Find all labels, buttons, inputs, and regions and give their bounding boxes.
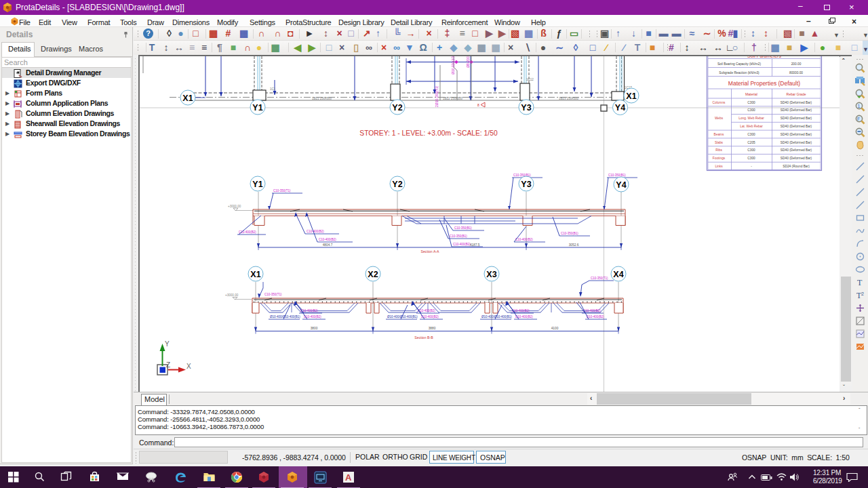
svg-text:C10-350(T1): C10-350(T1) bbox=[264, 293, 282, 296]
svg-text:SD24 (Round Bar): SD24 (Round Bar) bbox=[783, 165, 810, 168]
svg-text:A: A bbox=[345, 472, 352, 483]
svg-text:Ø8-200: Ø8-200 bbox=[466, 56, 470, 68]
svg-text:Links: Links bbox=[715, 165, 723, 168]
svg-text:Y1: Y1 bbox=[252, 180, 262, 189]
svg-text:T: T bbox=[857, 278, 863, 287]
svg-text:Rebar Grade: Rebar Grade bbox=[787, 92, 806, 96]
svg-text:C10-350(B1): C10-350(B1) bbox=[454, 226, 472, 230]
svg-text:C10-400(B2): C10-400(B2) bbox=[583, 309, 601, 312]
svg-text:4100: 4100 bbox=[551, 327, 559, 330]
svg-text:Ø10-110(1D): Ø10-110(1D) bbox=[451, 56, 455, 75]
svg-text:1B21 250x500: 1B21 250x500 bbox=[312, 97, 332, 100]
svg-text:C10-400(B2): C10-400(B2) bbox=[319, 238, 336, 241]
svg-text:C300: C300 bbox=[747, 157, 755, 160]
svg-text:C10-350(T1): C10-350(T1) bbox=[273, 189, 291, 192]
svg-text:Soil Parameters: Soil Parameters bbox=[747, 56, 781, 58]
svg-text:C300: C300 bbox=[747, 133, 755, 136]
svg-text:C10-350(B1): C10-350(B1) bbox=[608, 174, 626, 177]
svg-text:3800: 3800 bbox=[311, 327, 318, 330]
svg-text:+3000.00: +3000.00 bbox=[225, 293, 239, 297]
svg-text:SD40 (Deformed Bar): SD40 (Deformed Bar) bbox=[781, 133, 812, 136]
svg-text:C10-350(B1): C10-350(B1) bbox=[450, 235, 467, 238]
svg-text:Soil Bearing Capacity (kN/m2): Soil Bearing Capacity (kN/m2) bbox=[717, 62, 762, 66]
svg-text:SD40 (Deformed Bar): SD40 (Deformed Bar) bbox=[781, 148, 812, 152]
svg-text:C205: C205 bbox=[747, 141, 755, 144]
svg-text:SD40 (Deformed Bar): SD40 (Deformed Bar) bbox=[781, 141, 812, 144]
svg-text:4804.7: 4804.7 bbox=[323, 243, 333, 247]
svg-text:Subgrade Reaction (kN/m3): Subgrade Reaction (kN/m3) bbox=[719, 71, 760, 75]
svg-text:C10-400(B2): C10-400(B2) bbox=[307, 230, 324, 233]
svg-text:Y1: Y1 bbox=[252, 103, 262, 113]
svg-text:C300: C300 bbox=[747, 108, 755, 112]
svg-text:1B22 250x500: 1B22 250x500 bbox=[443, 97, 463, 100]
svg-text:Y2: Y2 bbox=[392, 180, 402, 189]
svg-text:SD40 (Deformed Bar): SD40 (Deformed Bar) bbox=[781, 157, 812, 160]
svg-text:X4: X4 bbox=[613, 270, 623, 279]
svg-text:Y: Y bbox=[165, 340, 170, 348]
svg-text:3880: 3880 bbox=[429, 327, 436, 330]
svg-text:Y4: Y4 bbox=[616, 180, 626, 190]
svg-text:Lat. Web Rebar: Lat. Web Rebar bbox=[740, 125, 763, 128]
svg-text:X1: X1 bbox=[182, 94, 193, 103]
svg-text:+3000.00: +3000.00 bbox=[228, 205, 241, 208]
svg-text:Slabs: Slabs bbox=[715, 141, 724, 144]
svg-text:200.00: 200.00 bbox=[791, 62, 802, 66]
svg-text:Section A-A: Section A-A bbox=[420, 249, 439, 253]
svg-text:Z: Z bbox=[166, 361, 170, 369]
svg-text:X1: X1 bbox=[626, 92, 636, 101]
svg-text:C10-400(B2): C10-400(B2) bbox=[453, 243, 471, 246]
svg-text:80000.00: 80000.00 bbox=[789, 71, 803, 75]
svg-text:X: X bbox=[186, 363, 191, 370]
svg-text:1C12: 1C12 bbox=[526, 78, 534, 81]
svg-text:Y3: Y3 bbox=[521, 103, 531, 113]
svg-text:Footings: Footings bbox=[713, 157, 726, 160]
svg-text:Material Properties (Default): Material Properties (Default) bbox=[728, 80, 800, 87]
svg-text:4187.5: 4187.5 bbox=[470, 243, 480, 247]
svg-text:X3: X3 bbox=[486, 270, 496, 279]
svg-text:Y3: Y3 bbox=[521, 180, 531, 189]
svg-text:SD40 (Deformed Bar): SD40 (Deformed Bar) bbox=[781, 108, 812, 112]
svg-text:Y2: Y2 bbox=[392, 103, 402, 113]
svg-text:1C1: 1C1 bbox=[270, 87, 276, 91]
svg-text:SD40 (Deformed Bar): SD40 (Deformed Bar) bbox=[781, 117, 812, 120]
svg-text:Y4: Y4 bbox=[615, 103, 625, 113]
svg-text:X1: X1 bbox=[250, 270, 260, 279]
svg-text:3052.6: 3052.6 bbox=[569, 243, 579, 247]
svg-text:Webs: Webs bbox=[715, 117, 724, 120]
svg-text:8: 8 bbox=[477, 103, 479, 107]
svg-text:C10-400(B2): C10-400(B2) bbox=[515, 238, 533, 241]
svg-text:C10-350(B1): C10-350(B1) bbox=[561, 232, 578, 235]
svg-text:Section B-B: Section B-B bbox=[414, 336, 433, 340]
svg-text:F: F bbox=[857, 117, 860, 121]
svg-text:2Ø10-200(T1): 2Ø10-200(T1) bbox=[435, 85, 439, 107]
svg-text:C10-350(T1): C10-350(T1) bbox=[591, 277, 608, 280]
svg-text:X2: X2 bbox=[368, 270, 378, 279]
svg-text:SD40 (Deformed Bar): SD40 (Deformed Bar) bbox=[781, 125, 812, 128]
svg-text:1: 1 bbox=[858, 104, 861, 108]
svg-text:C300: C300 bbox=[747, 101, 755, 104]
svg-text:Ribs: Ribs bbox=[715, 148, 722, 152]
svg-text:2: 2 bbox=[861, 291, 864, 296]
svg-text:1B23 250x500: 1B23 250x500 bbox=[559, 97, 579, 100]
svg-text:C300: C300 bbox=[747, 148, 755, 152]
svg-text:Beams: Beams bbox=[714, 133, 725, 136]
svg-text:Columns: Columns bbox=[713, 101, 726, 104]
svg-text:Long. Web Rebar: Long. Web Rebar bbox=[738, 117, 764, 120]
svg-text:STOREY: 1 - LEVEL: +3.00m - SC: STOREY: 1 - LEVEL: +3.00m - SCALE: 1/50 bbox=[359, 129, 498, 137]
svg-text:D10-400(B2): D10-400(B2) bbox=[587, 315, 604, 319]
svg-text:SD40 (Deformed Bar): SD40 (Deformed Bar) bbox=[781, 101, 812, 104]
svg-text:Material: Material bbox=[745, 92, 757, 96]
